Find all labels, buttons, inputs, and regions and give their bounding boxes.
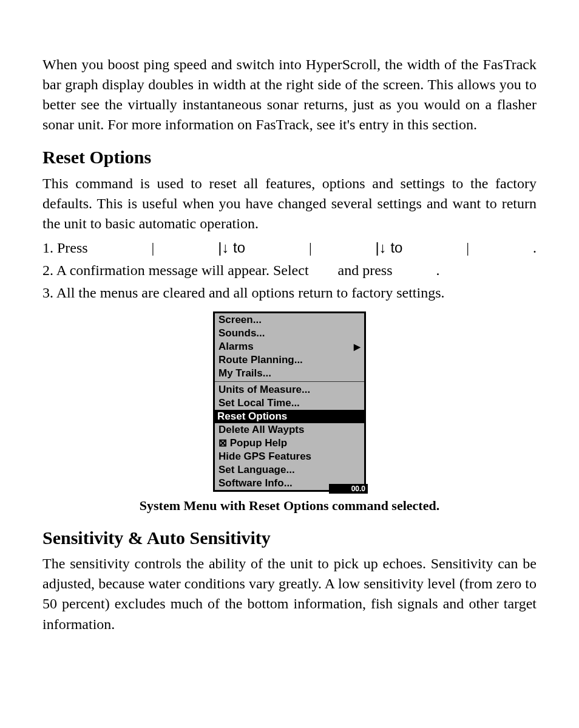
submenu-arrow-icon: ▶	[354, 340, 361, 353]
menu-item-popup-help: ⊠ Popup Help	[215, 437, 364, 450]
intro-paragraph: When you boost ping speed and switch int…	[42, 55, 537, 135]
step-1-period: .	[533, 238, 537, 258]
step-1-lead: 1. Press	[42, 238, 88, 258]
menu-item-label: Alarms	[218, 340, 254, 353]
menu-item-screen: Screen...	[215, 313, 364, 327]
step-1-mid-1: |↓ to	[218, 237, 245, 257]
reset-options-paragraph: This command is used to reset all featur…	[42, 174, 537, 234]
menu-item-sounds: Sounds...	[215, 327, 364, 340]
step-1-bar-1: |	[152, 238, 155, 258]
menu-item-label: Sounds...	[218, 327, 265, 340]
menu-item-label: Delete All Waypts	[218, 423, 304, 437]
steps-list: 1. Press | |↓ to | |↓ to | . 2. A confir…	[42, 237, 537, 303]
menu-item-set-language: Set Language...	[215, 463, 364, 477]
menu-item-label: Software Info...	[218, 477, 293, 490]
menu-item-units-of-measure: Units of Measure...	[215, 383, 364, 396]
menu-item-alarms: Alarms ▶	[215, 340, 364, 353]
step-1: 1. Press | |↓ to | |↓ to | .	[42, 237, 537, 258]
menu-item-label: Screen...	[218, 313, 262, 327]
step-3: 3. All the menus are cleared and all opt…	[42, 283, 537, 303]
menu-item-set-local-time: Set Local Time...	[215, 396, 364, 410]
menu-screenshot: Screen... Sounds... Alarms ▶ Route Plann…	[42, 311, 537, 492]
menu-item-label: Route Planning...	[218, 353, 303, 367]
sensitivity-paragraph: The sensitivity controls the ability of …	[42, 554, 537, 634]
menu-item-hide-gps-features: Hide GPS Features	[215, 450, 364, 463]
menu-item-my-trails: My Trails...	[215, 367, 364, 380]
menu-item-label: Hide GPS Features	[218, 450, 311, 463]
step-2: 2. A confirmation message will appear. S…	[42, 260, 537, 281]
menu-item-route-planning: Route Planning...	[215, 353, 364, 367]
step-1-bar-2: |	[309, 238, 312, 258]
system-menu: Screen... Sounds... Alarms ▶ Route Plann…	[213, 311, 366, 492]
heading-reset-options: Reset Options	[42, 145, 537, 169]
menu-item-reset-options: Reset Options	[215, 410, 364, 423]
figure-caption: System Menu with Reset Options command s…	[42, 497, 537, 515]
step-1-bar-3: |	[466, 238, 469, 258]
step-1-mid-2: |↓ to	[376, 237, 403, 257]
menu-bottom-overlay: 00.0	[329, 484, 368, 494]
menu-item-label: My Trails...	[218, 367, 271, 380]
menu-item-label: Reset Options	[217, 410, 287, 423]
menu-item-label: ⊠ Popup Help	[218, 437, 287, 450]
menu-item-label: Set Local Time...	[218, 396, 300, 410]
menu-item-label: Set Language...	[218, 463, 295, 477]
heading-sensitivity: Sensitivity & Auto Sensitivity	[42, 525, 537, 550]
document-page: When you boost ping speed and switch int…	[0, 0, 579, 728]
menu-separator	[215, 381, 364, 382]
menu-item-label: Units of Measure...	[218, 383, 310, 396]
menu-item-delete-all-waypts: Delete All Waypts	[215, 423, 364, 437]
